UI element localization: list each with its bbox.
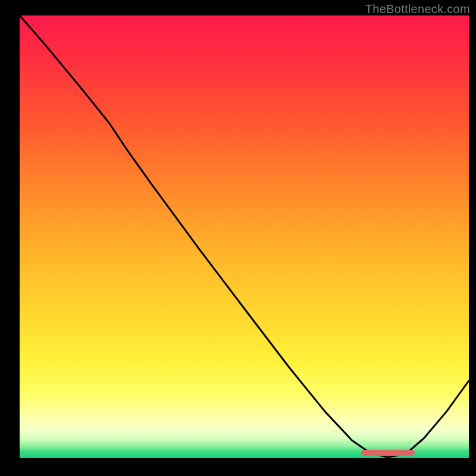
plot-area [20,15,469,458]
chart-stage: TheBottleneck.com [0,0,476,476]
chart-svg [20,15,469,458]
watermark-label: TheBottleneck.com [365,2,470,16]
gradient-rect [20,15,469,458]
optimal-range-marker [361,450,415,456]
